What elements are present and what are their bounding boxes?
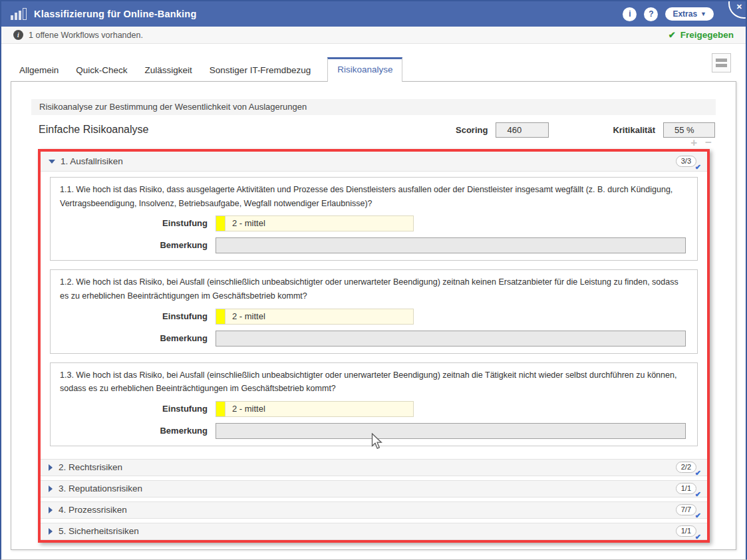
bar-chart-icon bbox=[11, 8, 27, 20]
triangle-down-icon bbox=[49, 160, 55, 164]
einstufung-select[interactable]: 2 - mittel bbox=[216, 309, 414, 325]
collapsed-groups: 2. Rechtsrisiken 2/2 ✔ 3. Reputationsris… bbox=[41, 459, 707, 540]
progress-badge: 7/7 ✔ bbox=[676, 504, 696, 515]
einstufung-row: Einstufung 2 - mittel bbox=[60, 215, 688, 231]
group-header-sicherheitsrisiken[interactable]: 5. Sicherheitsrisiken 1/1 ✔ bbox=[41, 523, 707, 540]
rating-color-swatch bbox=[216, 309, 225, 325]
group-title: 4. Prozessrisiken bbox=[59, 505, 127, 515]
group-header-ausfallrisiken[interactable]: 1. Ausfallrisiken 3/3 ✔ bbox=[41, 152, 707, 172]
group-title: 3. Reputationsrisiken bbox=[59, 484, 142, 493]
title-bar: Klassifizierung für Online-Banking i ? E… bbox=[1, 1, 746, 27]
triangle-right-icon bbox=[49, 464, 53, 471]
release-status-label: Freigegeben bbox=[680, 30, 734, 40]
bemerkung-input[interactable] bbox=[216, 331, 686, 347]
einstufung-select[interactable]: 2 - mittel bbox=[216, 401, 414, 417]
progress-badge-count: 1/1 bbox=[681, 527, 691, 535]
question-text: 1.3. Wie hoch ist das Risiko, bei Ausfal… bbox=[60, 368, 688, 396]
release-status: ✔ Freigegeben bbox=[669, 30, 734, 40]
close-icon[interactable]: ✕ bbox=[736, 3, 742, 11]
group-header-reputationsrisiken[interactable]: 3. Reputationsrisiken 1/1 ✔ bbox=[41, 480, 707, 497]
group-title: 5. Sicherheitsrisiken bbox=[59, 526, 139, 536]
app-window: Klassifizierung für Online-Banking i ? E… bbox=[0, 0, 747, 560]
bemerkung-row: Bemerkung bbox=[60, 423, 688, 439]
group-title: 1. Ausfallrisiken bbox=[61, 156, 123, 166]
bemerkung-input[interactable] bbox=[216, 423, 686, 439]
triangle-right-icon bbox=[49, 507, 53, 513]
progress-badge: 3/3 ✔ bbox=[676, 156, 696, 167]
risk-groups-highlight-region: 1. Ausfallrisiken 3/3 ✔ 1.1. Wie hoch is… bbox=[38, 149, 710, 543]
extras-button[interactable]: Extras ▼ bbox=[665, 7, 714, 21]
tab-risikoanalyse[interactable]: Risikoanalyse bbox=[327, 57, 402, 82]
einstufung-value: 2 - mittel bbox=[225, 309, 414, 325]
workflow-info-icon: i bbox=[13, 30, 23, 40]
analysis-header-row: Einfache Risikoanalyse Scoring Kritikali… bbox=[31, 121, 716, 138]
group-title: 2. Rechtsrisiken bbox=[59, 462, 122, 472]
bemerkung-row: Bemerkung bbox=[60, 331, 688, 347]
rating-color-swatch bbox=[216, 401, 225, 417]
badge-check-icon: ✔ bbox=[695, 163, 701, 172]
einstufung-value: 2 - mittel bbox=[225, 401, 414, 417]
badge-check-icon: ✔ bbox=[695, 511, 701, 520]
rating-color-swatch bbox=[216, 215, 225, 231]
group-body-ausfallrisiken: 1.1. Wie hoch ist das Risiko, dass ausge… bbox=[41, 172, 707, 457]
analysis-subtitle: Einfache Risikoanalyse bbox=[31, 124, 148, 136]
badge-check-icon: ✔ bbox=[695, 469, 701, 478]
badge-check-icon: ✔ bbox=[695, 490, 701, 499]
triangle-right-icon bbox=[49, 528, 53, 535]
extras-label: Extras bbox=[672, 9, 697, 19]
expand-all-icon[interactable]: + bbox=[690, 138, 697, 149]
question-card-1-2: 1.2. Wie hoch ist das Risiko, bei Ausfal… bbox=[50, 269, 698, 353]
bemerkung-input[interactable] bbox=[216, 237, 686, 253]
scoring-input[interactable] bbox=[496, 122, 549, 138]
close-corner: ✕ bbox=[727, 0, 747, 20]
question-card-1-1: 1.1. Wie hoch ist das Risiko, dass ausge… bbox=[50, 177, 698, 261]
progress-badge-count: 2/2 bbox=[681, 463, 691, 471]
question-card-1-3: 1.3. Wie hoch ist das Risiko, bei Ausfal… bbox=[50, 362, 698, 446]
scoring-label: Scoring bbox=[456, 125, 488, 135]
progress-badge: 1/1 ✔ bbox=[676, 525, 696, 537]
risikoanalyse-panel: Risikoanalyse zur Bestimmung der Wesentl… bbox=[11, 81, 736, 550]
progress-badge-count: 1/1 bbox=[681, 484, 691, 492]
kritikalitaet-input[interactable] bbox=[663, 122, 715, 138]
section-header: Risikoanalyse zur Bestimmung der Wesentl… bbox=[31, 99, 716, 115]
bemerkung-row: Bemerkung bbox=[60, 237, 688, 253]
triangle-right-icon bbox=[49, 486, 53, 492]
einstufung-label: Einstufung bbox=[60, 215, 216, 231]
chevron-down-icon: ▼ bbox=[700, 11, 706, 17]
tab-sonstiger-it-fremdbezug[interactable]: Sonstiger IT-Fremdbezug bbox=[201, 59, 319, 81]
collapse-all-icon[interactable]: − bbox=[705, 138, 712, 149]
tab-allgemein[interactable]: Allgemein bbox=[11, 59, 67, 81]
progress-badge-count: 7/7 bbox=[681, 505, 691, 513]
kritikalitaet-label: Kritikalität bbox=[613, 125, 655, 135]
progress-badge: 1/1 ✔ bbox=[676, 483, 696, 494]
tab-zulaessigkeit[interactable]: Zulässigkeit bbox=[136, 59, 201, 81]
info-icon[interactable]: i bbox=[623, 7, 637, 21]
question-text: 1.1. Wie hoch ist das Risiko, dass ausge… bbox=[60, 183, 688, 210]
einstufung-value: 2 - mittel bbox=[225, 215, 414, 231]
question-text: 1.2. Wie hoch ist das Risiko, bei Ausfal… bbox=[60, 275, 688, 303]
tab-bar: Allgemein Quick-Check Zulässigkeit Sonst… bbox=[1, 44, 746, 81]
workflow-notice-bar: i 1 offene Workflows vorhanden. ✔ Freige… bbox=[1, 27, 746, 44]
workflow-notice-text: 1 offene Workflows vorhanden. bbox=[29, 31, 143, 40]
badge-check-icon: ✔ bbox=[695, 533, 701, 541]
help-icon[interactable]: ? bbox=[644, 7, 658, 21]
einstufung-select[interactable]: 2 - mittel bbox=[216, 215, 414, 231]
expand-collapse-controls: + − bbox=[31, 138, 716, 149]
bemerkung-label: Bemerkung bbox=[60, 423, 216, 439]
progress-badge-count: 3/3 bbox=[681, 157, 691, 165]
einstufung-label: Einstufung bbox=[60, 401, 216, 417]
bemerkung-label: Bemerkung bbox=[60, 237, 216, 253]
progress-badge: 2/2 ✔ bbox=[676, 462, 696, 473]
einstufung-row: Einstufung 2 - mittel bbox=[60, 309, 688, 325]
window-title: Klassifizierung für Online-Banking bbox=[34, 9, 196, 19]
tab-quick-check[interactable]: Quick-Check bbox=[67, 59, 136, 81]
check-icon: ✔ bbox=[669, 30, 676, 40]
einstufung-label: Einstufung bbox=[60, 309, 216, 325]
list-menu-icon[interactable] bbox=[712, 53, 731, 72]
bemerkung-label: Bemerkung bbox=[60, 331, 216, 347]
einstufung-row: Einstufung 2 - mittel bbox=[60, 401, 688, 417]
group-header-prozessrisiken[interactable]: 4. Prozessrisiken 7/7 ✔ bbox=[41, 501, 707, 519]
group-header-rechtsrisiken[interactable]: 2. Rechtsrisiken 2/2 ✔ bbox=[41, 459, 707, 476]
